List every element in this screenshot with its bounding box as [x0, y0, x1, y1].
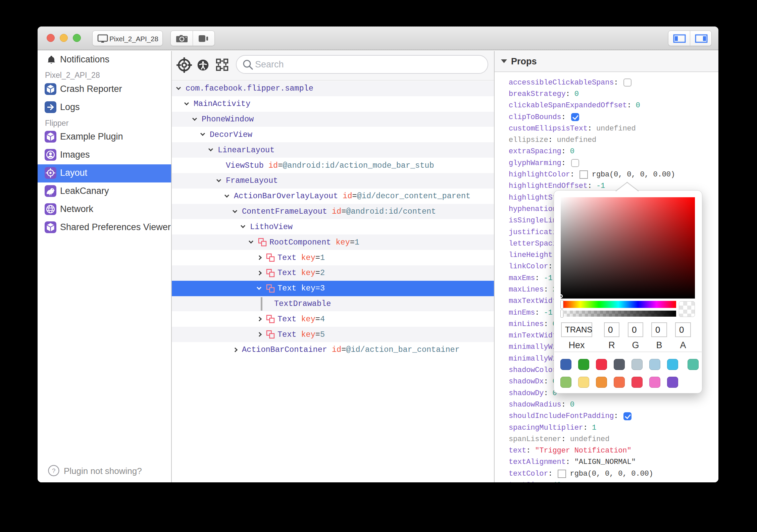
svg-text:?: ? — [52, 467, 56, 474]
